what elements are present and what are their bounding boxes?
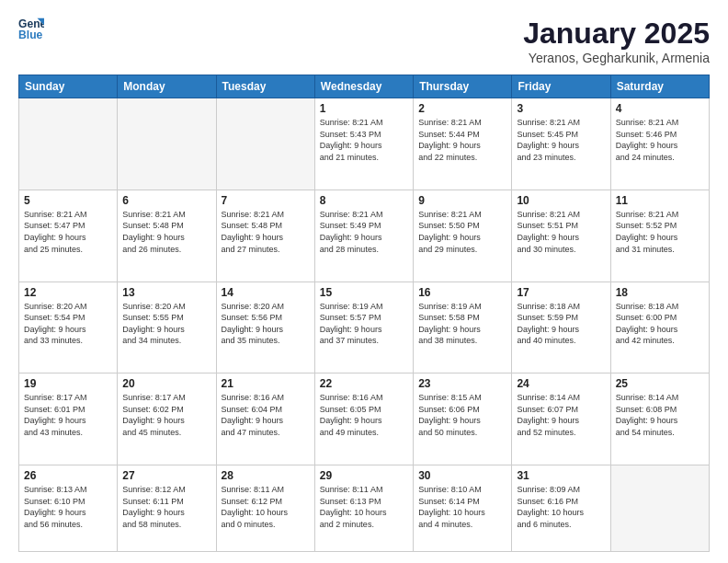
cell-info: Sunrise: 8:21 AM (24, 209, 112, 221)
cell-info: and 43 minutes. (24, 427, 112, 439)
day-number: 31 (517, 469, 605, 482)
cell-info: Sunrise: 8:09 AM (517, 484, 605, 496)
cell-info: Daylight: 9 hours (122, 232, 210, 244)
calendar-cell: 2Sunrise: 8:21 AMSunset: 5:44 PMDaylight… (414, 98, 512, 190)
col-wednesday: Wednesday (314, 75, 413, 98)
cell-info: Daylight: 9 hours (222, 415, 310, 427)
cell-info: Daylight: 9 hours (24, 232, 112, 244)
svg-text:Blue: Blue (18, 29, 43, 41)
day-number: 3 (517, 102, 605, 115)
header-row: Sunday Monday Tuesday Wednesday Thursday… (19, 75, 710, 98)
day-number: 2 (418, 102, 506, 115)
cell-info: Sunset: 5:57 PM (320, 312, 408, 324)
cell-info: and 0 minutes. (222, 519, 310, 531)
cell-info: Sunset: 6:10 PM (24, 496, 112, 508)
cell-info: and 21 minutes. (320, 152, 408, 164)
cell-info: Sunset: 6:06 PM (418, 404, 506, 416)
calendar-cell (118, 98, 216, 190)
cell-info: Sunset: 5:44 PM (418, 129, 506, 141)
cell-info: Sunrise: 8:21 AM (122, 209, 210, 221)
cell-info: Daylight: 9 hours (616, 140, 704, 152)
cell-info: Sunset: 6:07 PM (517, 404, 605, 416)
cell-info: and 27 minutes. (222, 244, 310, 256)
day-number: 22 (320, 377, 408, 390)
calendar-cell: 10Sunrise: 8:21 AMSunset: 5:51 PMDayligh… (512, 190, 610, 282)
calendar-cell: 1Sunrise: 8:21 AMSunset: 5:43 PMDaylight… (314, 98, 413, 190)
calendar-cell: 19Sunrise: 8:17 AMSunset: 6:01 PMDayligh… (19, 373, 118, 465)
cell-info: Sunrise: 8:21 AM (517, 209, 605, 221)
cell-info: and 30 minutes. (517, 244, 605, 256)
cell-info: Sunset: 6:04 PM (222, 404, 310, 416)
cell-info: Daylight: 9 hours (320, 415, 408, 427)
cell-info: Daylight: 9 hours (24, 415, 112, 427)
day-number: 23 (418, 377, 506, 390)
cell-info: Sunrise: 8:16 AM (222, 392, 310, 404)
cell-info: and 56 minutes. (24, 519, 112, 531)
cell-info: Sunset: 6:08 PM (616, 404, 704, 416)
cell-info: Sunset: 5:45 PM (517, 129, 605, 141)
day-number: 21 (222, 377, 310, 390)
col-monday: Monday (118, 75, 216, 98)
cell-info: Sunrise: 8:21 AM (320, 209, 408, 221)
cell-info: and 54 minutes. (616, 427, 704, 439)
day-number: 10 (517, 194, 605, 207)
cell-info: and 50 minutes. (418, 427, 506, 439)
day-number: 28 (222, 469, 310, 482)
cell-info: Sunset: 6:00 PM (616, 312, 704, 324)
cell-info: Daylight: 9 hours (517, 140, 605, 152)
cell-info: and 25 minutes. (24, 244, 112, 256)
cell-info: Daylight: 10 hours (320, 507, 408, 519)
cell-info: and 58 minutes. (122, 519, 210, 531)
cell-info: Sunrise: 8:20 AM (24, 301, 112, 313)
cell-info: and 26 minutes. (122, 244, 210, 256)
calendar-cell: 3Sunrise: 8:21 AMSunset: 5:45 PMDaylight… (512, 98, 610, 190)
cell-info: Daylight: 9 hours (418, 415, 506, 427)
cell-info: Sunset: 5:59 PM (517, 312, 605, 324)
calendar-cell: 16Sunrise: 8:19 AMSunset: 5:58 PMDayligh… (414, 282, 512, 373)
cell-info: Sunrise: 8:11 AM (222, 484, 310, 496)
day-number: 29 (320, 469, 408, 482)
cell-info: Sunrise: 8:18 AM (616, 301, 704, 313)
cell-info: Sunrise: 8:12 AM (122, 484, 210, 496)
day-number: 12 (24, 286, 112, 299)
day-number: 25 (616, 377, 704, 390)
cell-info: Sunset: 6:11 PM (122, 496, 210, 508)
calendar-cell (610, 465, 709, 552)
calendar-table: Sunday Monday Tuesday Wednesday Thursday… (18, 75, 710, 552)
calendar-cell: 25Sunrise: 8:14 AMSunset: 6:08 PMDayligh… (610, 373, 709, 465)
cell-info: and 35 minutes. (222, 335, 310, 347)
cell-info: Sunset: 6:16 PM (517, 496, 605, 508)
calendar-cell: 5Sunrise: 8:21 AMSunset: 5:47 PMDaylight… (19, 190, 118, 282)
cell-info: and 23 minutes. (517, 152, 605, 164)
cell-info: Sunset: 6:05 PM (320, 404, 408, 416)
cell-info: Daylight: 9 hours (222, 324, 310, 336)
cell-info: Sunset: 6:13 PM (320, 496, 408, 508)
cell-info: Sunset: 5:52 PM (616, 220, 704, 232)
cell-info: Sunrise: 8:21 AM (418, 117, 506, 129)
day-number: 8 (320, 194, 408, 207)
cell-info: Sunrise: 8:14 AM (517, 392, 605, 404)
cell-info: Sunset: 5:58 PM (418, 312, 506, 324)
calendar-cell: 22Sunrise: 8:16 AMSunset: 6:05 PMDayligh… (314, 373, 413, 465)
day-number: 30 (418, 469, 506, 482)
cell-info: and 2 minutes. (320, 519, 408, 531)
calendar-cell: 18Sunrise: 8:18 AMSunset: 6:00 PMDayligh… (610, 282, 709, 373)
calendar-cell: 28Sunrise: 8:11 AMSunset: 6:12 PMDayligh… (216, 465, 314, 552)
calendar-cell: 31Sunrise: 8:09 AMSunset: 6:16 PMDayligh… (512, 465, 610, 552)
calendar-cell: 24Sunrise: 8:14 AMSunset: 6:07 PMDayligh… (512, 373, 610, 465)
col-sunday: Sunday (19, 75, 118, 98)
cell-info: Daylight: 9 hours (24, 507, 112, 519)
cell-info: Daylight: 9 hours (517, 232, 605, 244)
cell-info: Daylight: 9 hours (616, 415, 704, 427)
cell-info: Sunrise: 8:19 AM (418, 301, 506, 313)
cell-info: and 37 minutes. (320, 335, 408, 347)
cell-info: Sunrise: 8:21 AM (418, 209, 506, 221)
cell-info: and 38 minutes. (418, 335, 506, 347)
cell-info: and 6 minutes. (517, 519, 605, 531)
cell-info: Sunrise: 8:20 AM (222, 301, 310, 313)
cell-info: and 34 minutes. (122, 335, 210, 347)
col-thursday: Thursday (414, 75, 512, 98)
cell-info: Sunset: 5:46 PM (616, 129, 704, 141)
day-number: 17 (517, 286, 605, 299)
cell-info: Sunset: 6:12 PM (222, 496, 310, 508)
